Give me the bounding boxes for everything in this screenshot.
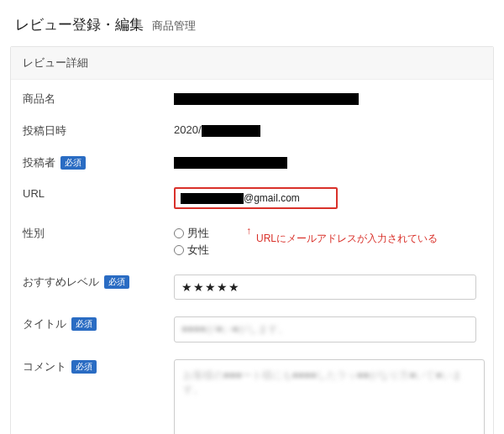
label-text: 投稿日時 bbox=[23, 123, 66, 139]
blurred-comment-text: お客様の■■■ート様にも■■■■したラッ■■がなり方■いて■います。 bbox=[183, 369, 462, 395]
value-recommend: ★★★★★ bbox=[174, 275, 481, 300]
radio-icon bbox=[174, 245, 184, 255]
label-text: タイトル bbox=[23, 316, 66, 332]
label-gender: 性別 bbox=[23, 226, 174, 241]
required-badge: 必須 bbox=[104, 275, 129, 289]
value-product-name bbox=[174, 92, 481, 105]
annotation-text: URLにメールアドレスが入力されている bbox=[256, 232, 438, 246]
recommend-select[interactable]: ★★★★★ bbox=[174, 275, 476, 300]
value-title: ■■■■が■い■がします。 bbox=[174, 316, 481, 342]
comment-textarea[interactable]: お客様の■■■ート様にも■■■■したラッ■■がなり方■いて■います。 bbox=[174, 359, 485, 434]
row-gender: 性別 ↑ URLにメールアドレスが入力されている 男性 女性 bbox=[11, 217, 493, 266]
page-header: レビュー登録・編集 商品管理 bbox=[0, 0, 504, 46]
required-badge: 必須 bbox=[71, 317, 97, 331]
row-posted-at: 投稿日時 2020/ bbox=[11, 115, 493, 147]
title-input[interactable]: ■■■■が■い■がします。 bbox=[174, 316, 476, 342]
radio-label: 男性 bbox=[187, 226, 209, 241]
value-posted-at: 2020/ bbox=[174, 123, 481, 137]
label-text: 投稿者 bbox=[23, 155, 55, 170]
redacted-url-local bbox=[181, 193, 244, 204]
label-title: タイトル 必須 bbox=[23, 316, 174, 332]
review-detail-panel: レビュー詳細 商品名 投稿日時 2020/ 投稿者 必須 bbox=[10, 46, 494, 434]
label-text: URL bbox=[23, 187, 45, 200]
stars-display: ★★★★★ bbox=[181, 280, 240, 294]
page-subtitle: 商品管理 bbox=[152, 18, 196, 34]
label-text: コメント bbox=[23, 359, 66, 374]
label-url: URL bbox=[23, 187, 174, 200]
value-url: @gmail.com bbox=[174, 187, 481, 209]
value-gender: ↑ URLにメールアドレスが入力されている 男性 女性 bbox=[174, 226, 481, 258]
radio-icon bbox=[174, 228, 184, 238]
url-suffix: @gmail.com bbox=[244, 192, 300, 204]
label-poster: 投稿者 必須 bbox=[23, 155, 174, 170]
row-recommend: おすすめレベル 必須 ★★★★★ bbox=[11, 266, 493, 308]
label-text: 性別 bbox=[23, 226, 45, 241]
row-poster: 投稿者 必須 bbox=[11, 147, 493, 179]
page-title: レビュー登録・編集 bbox=[15, 15, 144, 34]
annotation-arrow: ↑ bbox=[246, 224, 251, 238]
row-title: タイトル 必須 ■■■■が■い■がします。 bbox=[11, 308, 493, 351]
label-recommend: おすすめレベル 必須 bbox=[23, 275, 174, 290]
required-badge: 必須 bbox=[60, 156, 86, 170]
redacted-poster bbox=[174, 157, 287, 169]
label-text: 商品名 bbox=[23, 92, 55, 107]
row-comment: コメント 必須 お客様の■■■ート様にも■■■■したラッ■■がなり方■いて■いま… bbox=[11, 351, 493, 434]
value-comment: お客様の■■■ート様にも■■■■したラッ■■がなり方■いて■います。 bbox=[174, 359, 485, 434]
label-product-name: 商品名 bbox=[23, 92, 174, 107]
label-text: おすすめレベル bbox=[23, 275, 99, 290]
blurred-title-text: ■■■■が■い■がします。 bbox=[181, 323, 289, 335]
value-poster bbox=[174, 155, 481, 169]
label-comment: コメント 必須 bbox=[23, 359, 174, 374]
redacted-posted-at bbox=[202, 125, 260, 137]
row-url: URL @gmail.com bbox=[11, 179, 493, 217]
redacted-product-name bbox=[174, 93, 359, 105]
review-form: 商品名 投稿日時 2020/ 投稿者 必須 URL bbox=[11, 80, 493, 434]
row-product-name: 商品名 bbox=[11, 83, 493, 115]
radio-label: 女性 bbox=[187, 243, 209, 258]
panel-title: レビュー詳細 bbox=[11, 47, 493, 80]
url-input[interactable]: @gmail.com bbox=[174, 187, 338, 209]
label-posted-at: 投稿日時 bbox=[23, 123, 174, 139]
posted-at-prefix: 2020/ bbox=[174, 123, 202, 136]
required-badge: 必須 bbox=[71, 360, 97, 374]
